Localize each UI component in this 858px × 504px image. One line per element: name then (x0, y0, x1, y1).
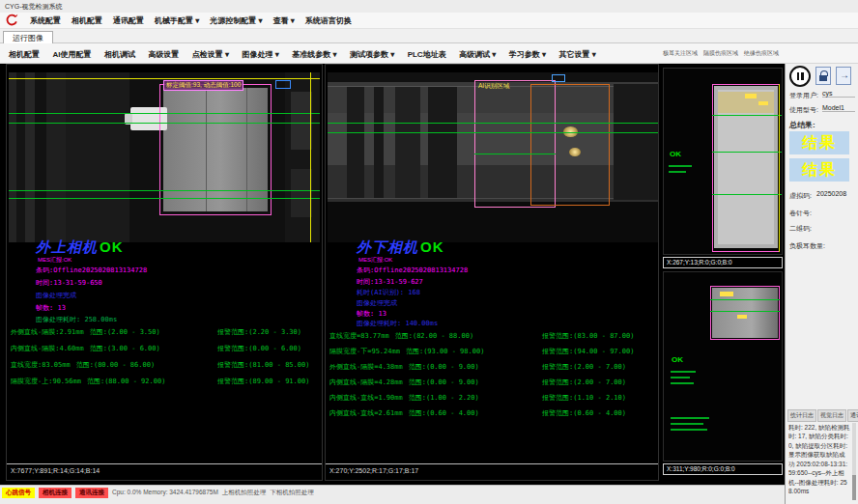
tool-camera-debug[interactable]: 相机调试 (104, 49, 135, 60)
qrcode-label: 二维码: (789, 224, 812, 234)
upper-camera-process-text: 上相机拍照处理 (222, 489, 267, 497)
camera-image-upper[interactable]: 标定阈值:93, 动态阈值:100 (9, 72, 320, 242)
tool-test-params[interactable]: 测试项参数 ▾ (350, 49, 394, 60)
virtual-code-label: 虚拟码: (789, 191, 812, 201)
tool-baseline-params[interactable]: 基准线参数 ▾ (292, 49, 336, 60)
menu-light-config[interactable]: 光源控制配置 ▾ (210, 15, 262, 26)
window-title: CYG-视觉检测系统 (5, 3, 63, 10)
baseline-yellow-v (310, 72, 311, 242)
roi-rect-magenta (159, 84, 272, 215)
camera-title-lower: 外下相机OK (357, 238, 444, 257)
blue-marker-box (552, 74, 565, 82)
exit-button[interactable] (836, 67, 851, 85)
app-logo-icon (4, 14, 19, 27)
lower-camera-process-text: 下相机拍照处理 (270, 489, 314, 497)
pixel-coords-upper: X:7677;Y:891;R:14;G:14;B:14 (7, 463, 322, 476)
elapsed-text: 图像处理耗时: 140.00ms (357, 319, 438, 328)
status-bar: 心跳信号 相机连接 通讯连接 Cpu: 0.0% Memory: 3424.41… (0, 485, 785, 504)
pixel-coords-aux-2: X:311;Y:980;R:0;G:0;B:0 (663, 463, 783, 475)
tool-plc-address-table[interactable]: PLC地址表 (408, 49, 446, 60)
menu-camera-config[interactable]: 相机配置 (72, 15, 102, 26)
app-window: CYG-视觉检测系统 系统配置 相机配置 通讯配置 机械手配置 ▾ 光源控制配置… (0, 0, 858, 504)
log-scrollbar-thumb[interactable] (852, 475, 856, 500)
virtual-code-value: 20250208 (816, 190, 849, 197)
tool-image-processing[interactable]: 图像处理 ▾ (243, 49, 279, 60)
tool-learning-params[interactable]: 学习参数 ▾ (509, 49, 546, 60)
tool-advanced-settings[interactable]: 高级设置 (148, 49, 179, 60)
barcode-text: 条码:Offline2025020813134728 (357, 266, 468, 275)
roi-rect-orange (530, 84, 610, 206)
camera-connection-chip: 相机连接 (39, 488, 72, 498)
total-result-label: 总结果: (789, 120, 815, 130)
tool-camera-config[interactable]: 相机配置 (9, 49, 40, 60)
neg-tab-count-label: 负极耳数量: (789, 241, 825, 251)
window-titlebar: CYG-视觉检测系统 (0, 0, 858, 13)
model-label: 使用型号: (789, 105, 818, 115)
tool-advanced-debug[interactable]: 高级调试 ▾ (459, 49, 496, 60)
log-tab-stats[interactable]: 统计日志 (787, 409, 816, 422)
ok-indicator: OK (670, 150, 681, 158)
heartbeat-chip: 心跳信号 (2, 488, 35, 498)
time-text: 时间:13-31-59-650 (36, 278, 102, 288)
baseline-yellow-h (9, 78, 320, 79)
status-ok: OK (420, 238, 444, 255)
comm-connection-chip: 通讯连接 (75, 488, 108, 498)
log-tab-bar: 统计日志 视觉日志 通讯日志 (787, 409, 858, 422)
region-tab-area[interactable]: 极耳关注区域 (663, 49, 698, 58)
tab-run-image[interactable]: 运行图像 (3, 31, 53, 44)
aux-camera-column: OK X:267;Y:13;R:0;G:0;B:0 OK (663, 64, 783, 485)
pixel-coords-lower: X:270;Y:2502;R:17;G:17;B:17 (326, 463, 658, 476)
camera-title-upper: 外上相机OK (36, 238, 124, 257)
menu-robot-config[interactable]: 机械手配置 ▾ (155, 15, 199, 26)
elapsed-text: 图像处理耗时: 258.00ms (36, 315, 117, 324)
tab-bar: 运行图像 (0, 29, 858, 43)
process-done-text: 图像处理完成 (357, 298, 397, 308)
tool-spot-check[interactable]: 点检设置 ▾ (192, 49, 229, 60)
model-value[interactable]: Model1 (822, 104, 855, 112)
frame-count-text: 帧数: 13 (36, 303, 66, 313)
tool-ai-use-config[interactable]: AI使用配置 (52, 49, 91, 60)
ai-region-label: AI识别区域 (478, 82, 509, 91)
region-selector-bar: 极耳关注区域 隔膜伤痕区域 绝缘伤痕区域 (663, 49, 785, 58)
tool-other-settings[interactable]: 其它设置 ▾ (558, 49, 595, 60)
camera-image-lower[interactable]: AI识别区域 (328, 72, 658, 242)
menu-bar: 系统配置 相机配置 通讯配置 机械手配置 ▾ 光源控制配置 ▾ 查看 ▾ 系统语… (0, 13, 858, 29)
time-text: 时间:13-31-59-627 (357, 277, 423, 287)
result-badge-2: 结果 (789, 158, 849, 182)
log-tab-vision[interactable]: 视觉日志 (817, 409, 846, 422)
region-separator-area[interactable]: 隔膜伤痕区域 (703, 49, 738, 58)
log-output: 耗时: 222, 缺陷检测耗时: 17, 缺陷分类耗时: 0, 缺陷提取分区耗时… (788, 423, 850, 500)
roi-rect-magenta (712, 84, 780, 252)
process-done-text: 图像处理完成 (36, 291, 76, 300)
main-area: 标定阈值:93, 动态阈值:100 外上相机OK MES汇报:OK 条码:Off… (0, 64, 785, 485)
camera-panel-lower: AI识别区域 外下相机OK MES汇报:OK 条码:Offline2025020… (325, 64, 659, 481)
pixel-coords-aux-1: X:267;Y:13;R:0;G:0;B:0 (663, 257, 783, 268)
log-scrollbar[interactable] (852, 423, 856, 500)
user-label: 登录用户: (789, 91, 818, 100)
menu-comm-config[interactable]: 通讯配置 (113, 15, 144, 26)
camera-panel-upper: 标定阈值:93, 动态阈值:100 外上相机OK MES汇报:OK 条码:Off… (6, 64, 323, 481)
ai-elapsed-text: 耗时(AI识别): 168 (357, 288, 420, 297)
aux-camera-image-2[interactable]: OK (663, 271, 783, 462)
mes-report-text: MES汇报:OK (38, 256, 72, 265)
mes-report-text: MES汇报:OK (358, 256, 392, 265)
region-insulation-area[interactable]: 绝缘伤痕区域 (744, 49, 779, 58)
needle-no-label: 卷针号: (789, 209, 812, 218)
right-sidebar: 登录用户: cys 使用型号: Model1 总结果: 结果 结果 虚拟码: 2… (785, 64, 858, 504)
pause-button[interactable] (789, 66, 811, 87)
aux-camera-image-1[interactable]: OK (663, 68, 783, 255)
frame-count-text: 帧数: 13 (357, 309, 386, 319)
ok-indicator: OK (672, 355, 683, 364)
barcode-text: 条码:Offline2025020813134728 (36, 266, 147, 275)
threshold-overlay-label: 标定阈值:93, 动态阈值:100 (163, 80, 243, 91)
pause-icon (797, 72, 800, 80)
lock-button[interactable] (815, 67, 831, 85)
menu-system-config[interactable]: 系统配置 (30, 15, 61, 26)
log-tab-comm[interactable]: 通讯日志 (847, 409, 858, 422)
baseline-yellow-v (779, 84, 780, 252)
status-ok: OK (100, 238, 124, 255)
menu-language-switch[interactable]: 系统语言切换 (305, 15, 352, 26)
menu-view[interactable]: 查看 ▾ (273, 15, 295, 26)
result-badge-1: 结果 (789, 131, 849, 154)
user-value[interactable]: cys (822, 90, 855, 98)
